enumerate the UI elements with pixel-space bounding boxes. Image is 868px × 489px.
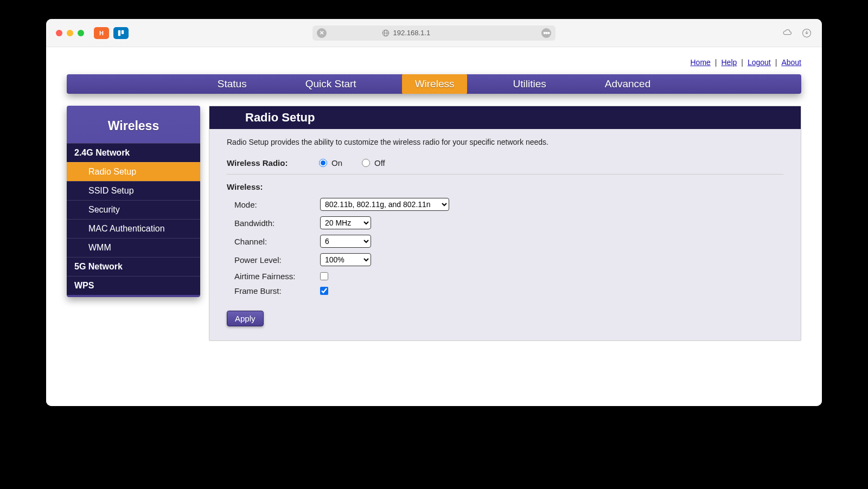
apply-button[interactable]: Apply xyxy=(227,311,264,326)
sidebar-item-radio-setup[interactable]: Radio Setup xyxy=(67,162,200,181)
link-help[interactable]: Help xyxy=(722,58,737,67)
svg-rect-1 xyxy=(122,30,124,34)
panel-title: Radio Setup xyxy=(209,106,801,129)
radio-off-input[interactable] xyxy=(362,159,370,167)
sidebar-item-security[interactable]: Security xyxy=(67,200,200,219)
svg-rect-0 xyxy=(118,30,120,36)
airtime-label: Airtime Fairness: xyxy=(234,272,320,281)
sidebar-title: Wireless xyxy=(67,106,200,143)
channel-select[interactable]: 6 xyxy=(320,235,371,248)
link-logout[interactable]: Logout xyxy=(748,58,771,67)
tab-advanced[interactable]: Advanced xyxy=(592,74,664,94)
sidebar-item-wps[interactable]: WPS xyxy=(67,276,200,295)
maximize-window-button[interactable] xyxy=(78,30,84,36)
url-display: 192.168.1.1 xyxy=(382,29,430,37)
extension-h-icon[interactable]: H xyxy=(94,27,109,39)
channel-label: Channel: xyxy=(234,237,320,246)
radio-on-option[interactable]: On xyxy=(319,158,342,168)
tab-quick-start[interactable]: Quick Start xyxy=(292,74,369,94)
cloud-icon[interactable] xyxy=(782,28,793,38)
mode-label: Mode: xyxy=(234,200,320,209)
bandwidth-select[interactable]: 20 MHz xyxy=(320,216,371,229)
divider xyxy=(227,174,783,175)
url-text: 192.168.1.1 xyxy=(393,29,430,37)
reader-options-icon[interactable]: ••• xyxy=(541,28,551,38)
wireless-radio-label: Wireless Radio: xyxy=(227,158,319,168)
wireless-radio-group: On Off xyxy=(319,158,385,168)
airtime-checkbox[interactable] xyxy=(320,272,328,280)
radio-on-input[interactable] xyxy=(319,159,327,167)
globe-icon xyxy=(382,29,390,37)
minimize-window-button[interactable] xyxy=(67,30,73,36)
page-content: Home | Help | Logout | About Status Quic… xyxy=(46,47,822,406)
sidebar-item-wmm[interactable]: WMM xyxy=(67,238,200,257)
sidebar-item-5g[interactable]: 5G Network xyxy=(67,257,200,276)
sidebar-item-ssid-setup[interactable]: SSID Setup xyxy=(67,181,200,200)
window-controls xyxy=(56,30,84,36)
browser-titlebar: H ✕ 192.168.1.1 ••• xyxy=(46,19,822,47)
sidebar-item-24g[interactable]: 2.4G Network xyxy=(67,143,200,162)
downloads-icon[interactable] xyxy=(801,28,812,38)
main-nav: Status Quick Start Wireless Utilities Ad… xyxy=(67,74,801,94)
separator: | xyxy=(741,58,743,67)
power-select[interactable]: 100% xyxy=(320,253,371,266)
frameburst-row: Frame Burst: xyxy=(227,286,783,295)
extension-trello-icon[interactable] xyxy=(113,27,129,39)
browser-right-controls xyxy=(782,28,812,38)
main-panel: Radio Setup Radio Setup provides the abi… xyxy=(209,106,801,341)
frameburst-checkbox[interactable] xyxy=(320,287,328,295)
mode-row: Mode: 802.11b, 802.11g, and 802.11n xyxy=(227,198,783,211)
radio-on-label: On xyxy=(331,158,342,168)
wireless-section-label: Wireless: xyxy=(227,182,783,191)
channel-row: Channel: 6 xyxy=(227,235,783,248)
sidebar: Wireless 2.4G Network Radio Setup SSID S… xyxy=(67,106,200,297)
tab-status[interactable]: Status xyxy=(205,74,260,94)
power-row: Power Level: 100% xyxy=(227,253,783,266)
radio-off-label: Off xyxy=(374,158,385,168)
content-row: Wireless 2.4G Network Radio Setup SSID S… xyxy=(67,106,801,341)
bandwidth-label: Bandwidth: xyxy=(234,218,320,228)
separator: | xyxy=(775,58,777,67)
power-label: Power Level: xyxy=(234,255,320,265)
tab-wireless[interactable]: Wireless xyxy=(402,74,468,94)
separator: | xyxy=(715,58,717,67)
panel-description: Radio Setup provides the ability to cust… xyxy=(227,138,783,146)
top-link-bar: Home | Help | Logout | About xyxy=(67,47,801,74)
sidebar-item-mac-auth[interactable]: MAC Authentication xyxy=(67,219,200,238)
tab-utilities[interactable]: Utilities xyxy=(500,74,559,94)
browser-window: H ✕ 192.168.1.1 ••• Home | Help | Logout… xyxy=(46,19,822,406)
bandwidth-row: Bandwidth: 20 MHz xyxy=(227,216,783,229)
wireless-radio-row: Wireless Radio: On Off xyxy=(227,158,783,168)
frameburst-label: Frame Burst: xyxy=(234,286,320,295)
mode-select[interactable]: 802.11b, 802.11g, and 802.11n xyxy=(320,198,449,211)
pinned-extensions: H xyxy=(94,27,129,39)
radio-off-option[interactable]: Off xyxy=(362,158,385,168)
link-about[interactable]: About xyxy=(781,58,801,67)
blocked-icon[interactable]: ✕ xyxy=(317,28,327,38)
link-home[interactable]: Home xyxy=(691,58,711,67)
panel-body: Radio Setup provides the ability to cust… xyxy=(209,129,801,340)
close-window-button[interactable] xyxy=(56,30,62,36)
address-bar[interactable]: ✕ 192.168.1.1 ••• xyxy=(312,25,556,41)
airtime-row: Airtime Fairness: xyxy=(227,272,783,281)
